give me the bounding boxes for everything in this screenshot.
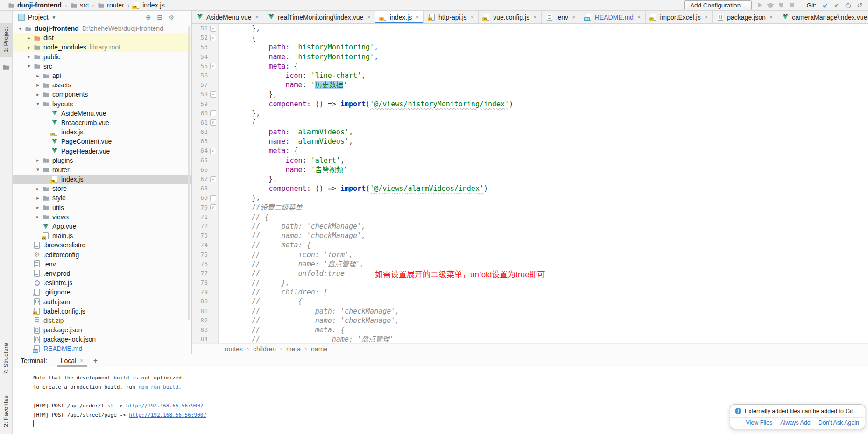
chevron-down-icon[interactable]: ▼ — [52, 15, 56, 20]
chevron-right-icon[interactable]: ▸ — [34, 186, 42, 192]
close-icon[interactable]: × — [367, 14, 371, 21]
chevron-right-icon[interactable]: ▸ — [34, 204, 42, 210]
stripe-item-favorites[interactable]: 2: Favorites — [0, 395, 12, 427]
tree-item-package.json[interactable]: {}package.json — [12, 325, 191, 335]
tree-item-README.md[interactable]: MDREADME.md — [12, 344, 191, 353]
tree-item-.gitignore[interactable]: ⊘.gitignore — [12, 287, 191, 297]
code-text[interactable]: path: 'alarmVideos', — [218, 127, 353, 137]
code-text[interactable]: name: 'historyMonitoring', — [218, 52, 378, 62]
chevron-down-icon[interactable]: ▾ — [25, 63, 33, 69]
tree-item-package-lock.json[interactable]: {}package-lock.json — [12, 335, 191, 344]
tree-item-.env[interactable]: .env — [12, 259, 191, 269]
fold-open-icon[interactable]: ∨ — [210, 63, 216, 69]
terminal-cursor[interactable] — [33, 420, 37, 427]
add-configuration-button[interactable]: Add Configuration... — [684, 0, 752, 10]
code-text[interactable]: name: '历史数据' — [218, 80, 347, 90]
code-editor[interactable]: 51− },52∨ {53 path: 'historyMonitoring',… — [192, 24, 868, 344]
code-text[interactable]: // { — [218, 212, 268, 222]
code-breadcrumb-routes[interactable]: routes — [225, 345, 243, 353]
chevron-right-icon[interactable]: ▸ — [25, 44, 33, 50]
tree-item-.editorconfig[interactable]: ⚙.editorconfig — [12, 250, 191, 259]
tab-cameraManage-index.vue[interactable]: cameraManage\index.vue× — [777, 11, 868, 23]
code-text[interactable]: component: () => import('@/views/history… — [218, 99, 513, 109]
close-icon[interactable]: × — [572, 14, 576, 21]
tree-item-public[interactable]: ▸public — [12, 52, 191, 62]
fold-end-icon[interactable]: − — [210, 195, 216, 201]
tree-item-Breadcrumb.vue[interactable]: Breadcrumb.vue — [12, 118, 191, 127]
chevron-down-icon[interactable]: ▾ — [34, 101, 42, 107]
breadcrumb-item-router[interactable]: router — [97, 1, 124, 9]
fold-open-icon[interactable]: ∨ — [210, 148, 216, 154]
tree-item-plugins[interactable]: ▸plugins — [12, 156, 191, 165]
code-text[interactable]: name: 'alarmVideos', — [218, 137, 353, 146]
stop-icon[interactable] — [790, 3, 794, 7]
chevron-right-icon[interactable]: ▸ — [34, 73, 42, 79]
tree-item-layouts[interactable]: ▾layouts — [12, 99, 191, 109]
tree-item-auth.json[interactable]: {}auth.json — [12, 297, 191, 306]
code-breadcrumb-children[interactable]: children — [253, 345, 276, 353]
tree-scrollbar[interactable] — [188, 26, 190, 320]
fold-end-icon[interactable]: − — [210, 110, 216, 116]
code-text[interactable]: icon: 'alert', — [218, 156, 345, 165]
code-breadcrumb-meta[interactable]: meta — [286, 345, 301, 353]
tree-item-App.vue[interactable]: App.vue — [12, 222, 191, 231]
tab-package.json[interactable]: {}package.json× — [713, 11, 777, 23]
coverage-icon[interactable] — [779, 3, 783, 8]
tab-http-api.js[interactable]: JShttp-api.js× — [424, 11, 479, 23]
fold-icon[interactable]: − — [208, 91, 218, 98]
git-history-icon[interactable]: ◷ — [845, 1, 851, 9]
tab-importExcel.js[interactable]: JSimportExcel.js× — [646, 11, 713, 23]
tree-item-assets[interactable]: ▸assets — [12, 80, 191, 90]
notification-action-Always-Add[interactable]: Always Add — [780, 420, 811, 426]
chevron-down-icon[interactable]: ▾ — [34, 167, 42, 173]
close-icon[interactable]: × — [416, 14, 419, 21]
fold-icon[interactable]: − — [208, 26, 218, 32]
code-text[interactable]: path: 'historyMonitoring', — [218, 42, 378, 52]
tree-item-api[interactable]: ▸api — [12, 71, 191, 80]
tree-item-.browserslistrc[interactable]: .browserslistrc — [12, 240, 191, 250]
code-text[interactable]: // }, — [218, 278, 290, 287]
tab-index.js[interactable]: JSindex.js× — [375, 11, 424, 23]
fold-icon[interactable]: ∨ — [208, 204, 218, 210]
tree-item-PageHeader.vue[interactable]: PageHeader.vue — [12, 146, 191, 155]
tree-item-utils[interactable]: ▸utils — [12, 203, 191, 212]
notification-action-View-Files[interactable]: View Files — [746, 420, 772, 426]
tree-item-index.js[interactable]: JSindex.js — [12, 127, 191, 137]
code-text[interactable]: // unfold:true — [218, 269, 345, 278]
tab-README.md[interactable]: MDREADME.md× — [580, 11, 646, 23]
close-icon[interactable]: × — [533, 14, 537, 21]
code-text[interactable]: icon: 'line-chart', — [218, 71, 366, 80]
locate-icon[interactable]: ⊕ — [146, 14, 151, 21]
code-text[interactable]: { — [218, 118, 256, 127]
tab-AsideMenu.vue[interactable]: AsideMenu.vue× — [192, 11, 263, 23]
git-commit-icon[interactable]: ✔ — [834, 2, 839, 9]
git-update-icon[interactable]: ↙ — [822, 1, 828, 9]
tree-item-node_modules[interactable]: ▸node_moduleslibrary root — [12, 42, 191, 52]
code-text[interactable]: // icon: 'form', — [218, 250, 353, 259]
chevron-right-icon[interactable]: ▸ — [25, 35, 33, 41]
fold-icon[interactable]: ∨ — [208, 119, 218, 126]
gear-icon[interactable]: ⚙ — [169, 14, 174, 21]
code-text[interactable]: { — [218, 33, 256, 42]
tree-item-.eslintrc.js[interactable]: .eslintrc.js — [12, 278, 191, 287]
fold-end-icon[interactable]: − — [210, 176, 216, 182]
tree-item-.env.prod[interactable]: .env.prod — [12, 269, 191, 278]
close-icon[interactable]: × — [471, 14, 474, 21]
chevron-right-icon[interactable]: ▸ — [34, 82, 42, 88]
chevron-right-icon[interactable]: ▸ — [34, 195, 42, 201]
breadcrumb-item-index.js[interactable]: JSindex.js — [133, 1, 164, 9]
chevron-right-icon[interactable]: ▸ — [34, 214, 42, 220]
close-icon[interactable]: × — [769, 14, 773, 21]
tree-item-style[interactable]: ▸style — [12, 193, 191, 203]
code-text[interactable]: // meta: { — [218, 325, 345, 335]
fold-icon[interactable]: ∨ — [208, 35, 218, 41]
stripe-item-project[interactable]: 1: Project — [0, 23, 12, 57]
close-icon[interactable]: × — [80, 357, 84, 364]
debug-icon[interactable] — [768, 3, 773, 8]
close-icon[interactable]: × — [705, 14, 708, 21]
fold-icon[interactable]: − — [208, 176, 218, 182]
notification-action-Don-t-Ask-Again[interactable]: Don't Ask Again — [819, 420, 859, 426]
code-text[interactable]: meta: { — [218, 146, 298, 155]
tree-item-dist[interactable]: ▸dist — [12, 33, 191, 42]
terminal-link[interactable]: http://192.168.66.56:9007 — [129, 412, 206, 418]
